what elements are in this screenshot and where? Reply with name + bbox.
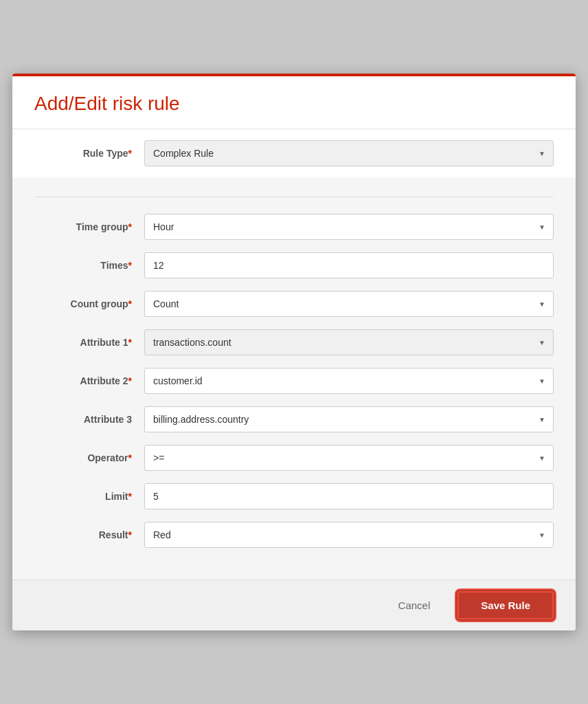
save-rule-button[interactable]: Save Rule: [457, 591, 554, 619]
result-select-wrapper: Red Yellow Green: [144, 522, 554, 548]
count-group-row: Count group* Count Sum Average: [34, 291, 554, 317]
time-group-select[interactable]: Hour Day Week Month: [144, 214, 554, 240]
count-group-label: Count group*: [34, 298, 144, 309]
attribute3-label: Attribute 3: [34, 414, 144, 425]
attribute2-row: Attribute 2* customer.id billing.address…: [34, 368, 554, 394]
limit-row: Limit*: [34, 483, 554, 509]
operator-label: Operator*: [34, 452, 144, 463]
modal-title: Add/Edit risk rule: [34, 93, 554, 115]
times-label: Times*: [34, 260, 144, 271]
limit-label: Limit*: [34, 491, 144, 502]
attribute2-label: Attribute 2*: [34, 375, 144, 386]
time-group-select-wrapper: Hour Day Week Month: [144, 214, 554, 240]
count-group-select-wrapper: Count Sum Average: [144, 291, 554, 317]
modal-header: Add/Edit risk rule: [12, 76, 576, 129]
operator-select[interactable]: >= > <= < == !=: [144, 445, 554, 471]
attribute1-select[interactable]: transactions.count transactions.amount c…: [144, 329, 554, 355]
time-group-row: Time group* Hour Day Week Month: [34, 214, 554, 240]
attribute3-select[interactable]: billing.address.country customer.id tran…: [144, 406, 554, 432]
attribute2-select[interactable]: customer.id billing.address.country tran…: [144, 368, 554, 394]
attribute2-select-wrapper: customer.id billing.address.country tran…: [144, 368, 554, 394]
result-select[interactable]: Red Yellow Green: [144, 522, 554, 548]
section-divider: [34, 197, 554, 197]
result-row: Result* Red Yellow Green: [34, 522, 554, 548]
time-group-label: Time group*: [34, 221, 144, 232]
rule-type-label: Rule Type*: [34, 148, 144, 159]
limit-input[interactable]: [144, 483, 554, 509]
times-input[interactable]: [144, 252, 554, 278]
rule-type-section: Rule Type* Complex Rule Simple Rule Velo…: [12, 129, 576, 177]
attribute1-label: Attribute 1*: [34, 337, 144, 348]
modal-footer: Cancel Save Rule: [12, 580, 576, 630]
attribute3-select-wrapper: billing.address.country customer.id tran…: [144, 406, 554, 432]
operator-select-wrapper: >= > <= < == !=: [144, 445, 554, 471]
attribute1-select-wrapper: transactions.count transactions.amount c…: [144, 329, 554, 355]
result-label: Result*: [34, 529, 144, 540]
count-group-select[interactable]: Count Sum Average: [144, 291, 554, 317]
cancel-button[interactable]: Cancel: [382, 593, 447, 618]
attribute3-row: Attribute 3 billing.address.country cust…: [34, 406, 554, 432]
times-row: Times*: [34, 252, 554, 278]
attribute1-row: Attribute 1* transactions.count transact…: [34, 329, 554, 355]
modal-body: Time group* Hour Day Week Month Times* C…: [12, 177, 576, 580]
rule-type-select-wrapper: Complex Rule Simple Rule Velocity Rule: [144, 140, 554, 166]
operator-row: Operator* >= > <= < == !=: [34, 445, 554, 471]
rule-type-select[interactable]: Complex Rule Simple Rule Velocity Rule: [144, 140, 554, 166]
modal-container: Add/Edit risk rule Rule Type* Complex Ru…: [12, 74, 576, 630]
